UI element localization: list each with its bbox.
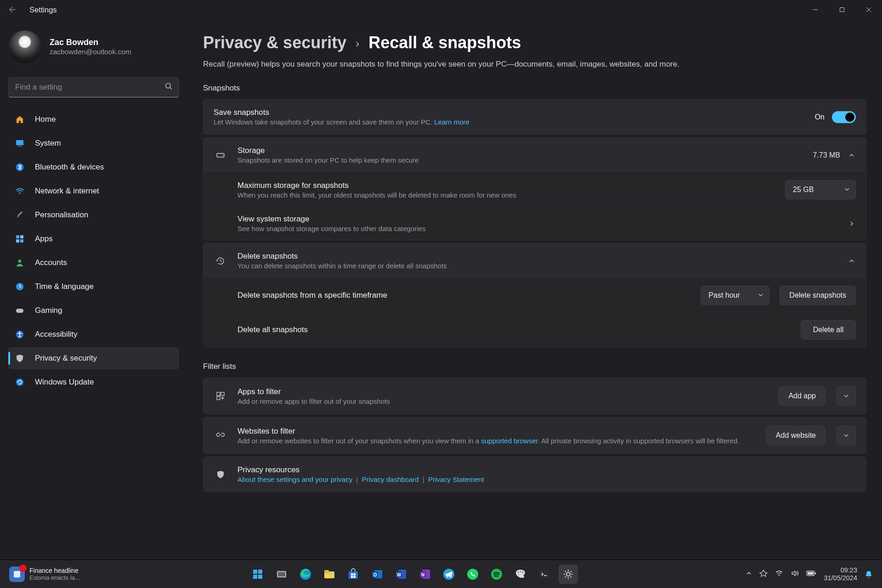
storage-used-value: 7.73 MB (813, 151, 840, 159)
delete-all-row: Delete all snapshots Delete all (204, 312, 866, 347)
svg-point-51 (522, 571, 523, 573)
breadcrumb-parent[interactable]: Privacy & security (203, 33, 346, 52)
svg-rect-23 (258, 570, 262, 574)
volume-tray-icon[interactable] (791, 569, 799, 579)
maximize-button[interactable] (829, 0, 855, 19)
terminal-icon[interactable] (535, 565, 554, 584)
spotify-icon[interactable] (487, 565, 506, 584)
sidebar-item-bluetooth[interactable]: Bluetooth & devices (8, 156, 179, 178)
sidebar-item-apps[interactable]: Apps (8, 228, 179, 250)
svg-rect-53 (539, 570, 549, 578)
content-area: Privacy & security › Recall & snapshots … (187, 19, 882, 560)
titlebar: Settings (0, 0, 882, 19)
apps-filter-card: Apps to filter Add or remove apps to fil… (203, 378, 866, 414)
svg-rect-35 (351, 576, 353, 578)
system-tray[interactable]: 09:23 31/05/2024 (746, 566, 873, 582)
person-icon (15, 258, 25, 268)
outlook-icon[interactable]: O (368, 565, 387, 584)
sidebar-item-windows-update[interactable]: Windows Update (8, 371, 179, 393)
paint-icon[interactable] (511, 565, 530, 584)
history-icon (214, 256, 227, 266)
storage-card: Storage Snapshots are stored on your PC … (203, 137, 866, 240)
search-icon (165, 83, 173, 92)
svg-rect-31 (324, 573, 334, 574)
svg-point-1 (166, 83, 171, 88)
sidebar-item-label: Time & language (35, 282, 94, 291)
sidebar-item-label: Accounts (35, 258, 67, 267)
wifi-tray-icon[interactable] (775, 569, 783, 579)
sidebar-item-home[interactable]: Home (8, 108, 179, 130)
svg-rect-30 (324, 570, 329, 573)
about-privacy-link[interactable]: About these settings and your privacy (237, 475, 352, 483)
word-icon[interactable]: W (391, 565, 411, 584)
supported-browser-link[interactable]: supported browser (481, 437, 537, 445)
start-button[interactable] (248, 565, 267, 584)
notification-icon[interactable] (865, 570, 873, 578)
sidebar-item-personalisation[interactable]: Personalisation (8, 204, 179, 226)
delete-snapshots-card: Delete snapshots You can delete snapshot… (203, 243, 866, 347)
svg-rect-7 (20, 235, 23, 238)
onenote-icon[interactable]: N (415, 565, 435, 584)
expand-websites-filter[interactable] (837, 426, 856, 445)
news-widget[interactable]: Finance headline Estonia enacts la... (9, 566, 80, 582)
system-icon (15, 138, 25, 148)
section-heading-filter: Filter lists (203, 362, 866, 371)
nav-list: Home System Bluetooth & devices Network … (8, 108, 179, 393)
svg-rect-2 (16, 140, 23, 145)
svg-rect-34 (353, 573, 356, 576)
store-icon[interactable] (344, 565, 363, 584)
chevron-right-icon: › (356, 37, 359, 50)
max-storage-dropdown[interactable]: 25 GB (785, 180, 856, 199)
edge-icon[interactable] (296, 565, 315, 584)
sidebar-item-label: Gaming (35, 306, 62, 315)
privacy-dashboard-link[interactable]: Privacy dashboard (362, 475, 418, 483)
sidebar-item-gaming[interactable]: Gaming (8, 300, 179, 322)
view-system-storage-row[interactable]: View system storage See how snapshot sto… (204, 207, 866, 240)
telegram-icon[interactable] (439, 565, 458, 584)
file-explorer-icon[interactable] (320, 565, 339, 584)
accessibility-icon (15, 329, 25, 339)
settings-taskbar-icon[interactable] (559, 565, 578, 584)
search-input[interactable] (8, 77, 179, 97)
minimize-button[interactable] (802, 0, 829, 19)
learn-more-link[interactable]: Learn more (434, 118, 469, 126)
tray-chevron-icon[interactable] (746, 570, 752, 578)
expand-apps-filter[interactable] (837, 386, 856, 406)
back-button[interactable] (6, 4, 18, 16)
update-icon (15, 377, 25, 387)
sidebar-item-privacy-security[interactable]: Privacy & security (8, 347, 179, 369)
delete-all-button[interactable]: Delete all (801, 320, 856, 339)
taskbar: Finance headline Estonia enacts la... O … (0, 560, 882, 588)
svg-point-54 (566, 572, 570, 576)
svg-text:O: O (373, 572, 377, 577)
svg-point-47 (467, 569, 478, 580)
clock[interactable]: 09:23 31/05/2024 (824, 566, 857, 582)
copilot-icon[interactable] (759, 569, 768, 579)
close-button[interactable] (855, 0, 882, 19)
chevron-down-icon (844, 186, 850, 194)
delete-header[interactable]: Delete snapshots You can delete snapshot… (204, 243, 866, 278)
sidebar-item-time-language[interactable]: Time & language (8, 276, 179, 298)
sidebar-item-system[interactable]: System (8, 132, 179, 154)
sidebar-item-network[interactable]: Network & internet (8, 180, 179, 202)
delete-snapshots-button[interactable]: Delete snapshots (780, 286, 856, 305)
user-block[interactable]: Zac Bowden zacbowden@outlook.com (8, 30, 179, 63)
svg-rect-24 (253, 575, 257, 579)
svg-rect-0 (840, 8, 844, 12)
whatsapp-icon[interactable] (463, 565, 482, 584)
add-app-button[interactable]: Add app (779, 386, 825, 406)
timeframe-dropdown[interactable]: Past hour (701, 286, 769, 305)
sidebar-item-accounts[interactable]: Accounts (8, 252, 179, 274)
svg-rect-21 (14, 571, 20, 577)
bluetooth-icon (15, 162, 25, 172)
add-website-button[interactable]: Add website (766, 426, 825, 445)
privacy-statement-link[interactable]: Privacy Statement (428, 475, 484, 483)
taskview-button[interactable] (272, 565, 291, 584)
sidebar-item-label: Accessibility (35, 330, 78, 339)
save-snapshots-toggle[interactable] (832, 111, 856, 123)
sidebar-item-accessibility[interactable]: Accessibility (8, 323, 179, 345)
storage-header[interactable]: Storage Snapshots are stored on your PC … (204, 138, 866, 172)
page-description: Recall (preview) helps you search your s… (203, 60, 866, 69)
battery-tray-icon[interactable] (806, 570, 816, 578)
chevron-up-icon (848, 152, 856, 158)
